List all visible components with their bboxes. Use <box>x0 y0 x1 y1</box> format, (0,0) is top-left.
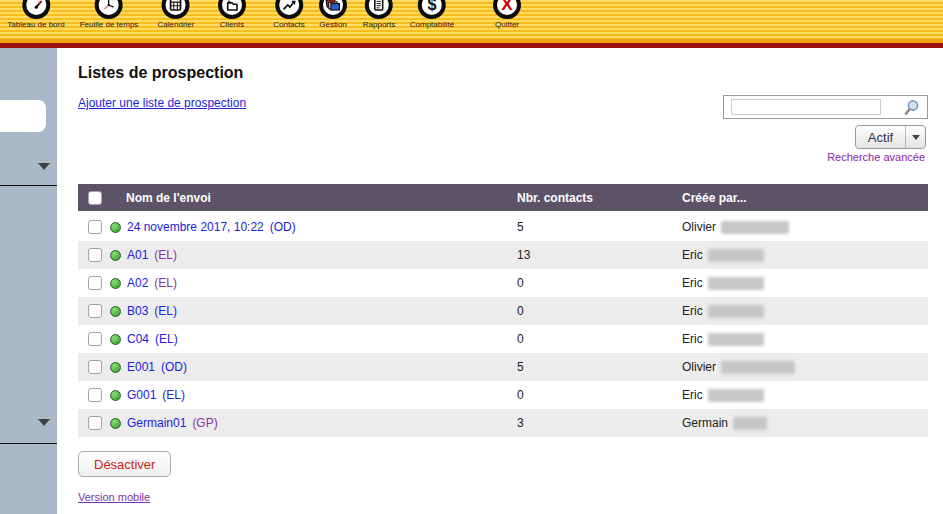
report-icon <box>365 0 393 19</box>
list-name-link[interactable]: Germain01(GP) <box>127 416 218 430</box>
left-sidebar <box>0 48 57 514</box>
green-active-dot-icon <box>110 250 121 261</box>
toolbar-label: Calendrier <box>158 20 195 29</box>
sidebar-divider <box>0 185 57 186</box>
chevron-down-icon[interactable] <box>905 126 925 148</box>
green-active-dot-icon <box>110 278 121 289</box>
toolbar-item-feuille-de-temps[interactable]: Feuille de temps <box>80 0 139 29</box>
creator-cell: Olivier <box>682 360 928 374</box>
column-header-creator: Créée par... <box>682 191 928 205</box>
creator-cell: Eric <box>682 332 928 346</box>
contacts-count: 5 <box>517 360 682 374</box>
row-checkbox[interactable] <box>88 304 102 318</box>
toolbar-item-quitter[interactable]: X Quitter <box>493 0 521 29</box>
trend-arrow-icon <box>275 0 303 19</box>
toolbar-item-calendrier[interactable]: Calendrier <box>158 0 195 29</box>
list-name-link[interactable]: C04(EL) <box>127 332 178 346</box>
toolbar-item-contacts[interactable]: Contacts <box>273 0 305 29</box>
table-row: B03(EL) 0 Eric <box>78 297 928 325</box>
row-checkbox[interactable] <box>88 360 102 374</box>
redacted-name <box>721 361 795 374</box>
toolbar-item-clients[interactable]: Clients <box>218 0 246 29</box>
row-checkbox[interactable] <box>88 276 102 290</box>
deactivate-button[interactable]: Désactiver <box>78 451 171 477</box>
column-header-contacts: Nbr. contacts <box>517 191 682 205</box>
gauge-icon <box>22 0 50 19</box>
toolbar-item-tableau-de-bord[interactable]: Tableau de bord <box>7 0 64 29</box>
table-row: A01(EL) 13 Eric <box>78 241 928 269</box>
table-row: Germain01(GP) 3 Germain <box>78 409 928 437</box>
add-prospect-list-link[interactable]: Ajouter une liste de prospection <box>78 96 246 110</box>
row-checkbox[interactable] <box>88 416 102 430</box>
dropdown-arrow-icon[interactable] <box>38 163 50 170</box>
redacted-name <box>708 389 764 402</box>
toolbar-item-comptabilite[interactable]: $ Comptabilité <box>410 0 454 29</box>
status-filter-button[interactable]: Actif <box>855 125 926 149</box>
list-name-link[interactable]: G001(EL) <box>127 388 185 402</box>
page-title: Listes de prospection <box>78 64 243 82</box>
creator-cell: Olivier <box>682 220 928 234</box>
list-name-link[interactable]: E001(OD) <box>127 360 187 374</box>
toolbar-label: Feuille de temps <box>80 20 139 29</box>
green-active-dot-icon <box>110 334 121 345</box>
redacted-name <box>708 333 764 346</box>
stacked-folders-icon <box>319 0 347 19</box>
search-box <box>723 95 928 119</box>
sidebar-field[interactable] <box>0 100 46 132</box>
search-icon[interactable] <box>903 98 922 117</box>
contacts-count: 0 <box>517 332 682 346</box>
green-active-dot-icon <box>110 418 121 429</box>
table-row: C04(EL) 0 Eric <box>78 325 928 353</box>
contacts-count: 3 <box>517 416 682 430</box>
toolbar-item-rapports[interactable]: Rapports <box>363 0 395 29</box>
list-name-link[interactable]: A02(EL) <box>127 276 177 290</box>
contacts-count: 13 <box>517 248 682 262</box>
mobile-version-link[interactable]: Version mobile <box>78 491 150 503</box>
toolbar-label: Quitter <box>495 20 519 29</box>
table-header: Nom de l'envoi Nbr. contacts Créée par..… <box>78 184 928 211</box>
redacted-name <box>708 277 764 290</box>
redacted-name <box>708 249 764 262</box>
list-name-link[interactable]: B03(EL) <box>127 304 177 318</box>
calendar-icon <box>162 0 190 19</box>
status-filter-label: Actif <box>856 126 905 148</box>
toolbar-maroon-band <box>0 43 943 48</box>
green-active-dot-icon <box>110 390 121 401</box>
redacted-name <box>733 417 767 430</box>
column-header-name: Nom de l'envoi <box>126 191 211 205</box>
contacts-count: 0 <box>517 388 682 402</box>
contacts-count: 5 <box>517 220 682 234</box>
list-name-link[interactable]: 24 novembre 2017, 10:22(OD) <box>127 220 296 234</box>
table-row: 24 novembre 2017, 10:22(OD) 5 Olivier <box>78 213 928 241</box>
table-row: E001(OD) 5 Olivier <box>78 353 928 381</box>
green-active-dot-icon <box>110 362 121 373</box>
list-name-link[interactable]: A01(EL) <box>127 248 177 262</box>
table-row: A02(EL) 0 Eric <box>78 269 928 297</box>
redacted-name <box>708 305 764 318</box>
quit-x-icon: X <box>493 0 521 19</box>
creator-cell: Eric <box>682 276 928 290</box>
green-active-dot-icon <box>110 222 121 233</box>
toolbar-item-gestion[interactable]: Gestion <box>319 0 347 29</box>
dollar-icon: $ <box>418 0 446 19</box>
contacts-count: 0 <box>517 304 682 318</box>
row-checkbox[interactable] <box>88 248 102 262</box>
clock-icon <box>95 0 123 19</box>
creator-cell: Eric <box>682 388 928 402</box>
toolbar-label: Clients <box>220 20 244 29</box>
toolbar-label: Tableau de bord <box>7 20 64 29</box>
toolbar-label: Comptabilité <box>410 20 454 29</box>
dropdown-arrow-icon[interactable] <box>38 419 50 426</box>
row-checkbox[interactable] <box>88 220 102 234</box>
toolbar-label: Gestion <box>319 20 347 29</box>
creator-cell: Eric <box>682 248 928 262</box>
row-checkbox[interactable] <box>88 388 102 402</box>
advanced-search-link[interactable]: Recherche avancée <box>827 151 925 163</box>
main-toolbar: Tableau de bord Feuille de temps <box>0 0 943 39</box>
search-input[interactable] <box>731 99 881 115</box>
creator-cell: Germain <box>682 416 928 430</box>
row-checkbox[interactable] <box>88 332 102 346</box>
select-all-checkbox[interactable] <box>88 191 102 205</box>
table-row: G001(EL) 0 Eric <box>78 381 928 409</box>
creator-cell: Eric <box>682 304 928 318</box>
